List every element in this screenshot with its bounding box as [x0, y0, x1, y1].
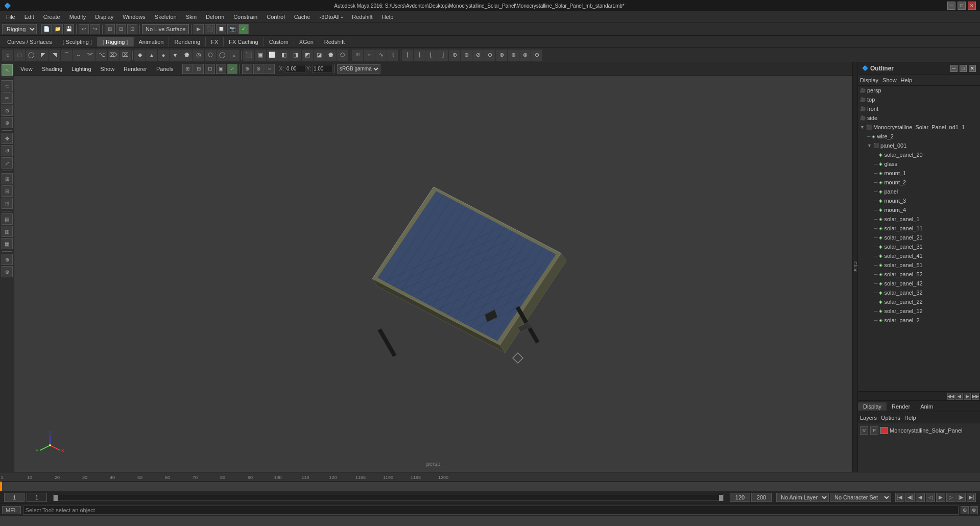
icon-btn-9[interactable]: ⌦ — [108, 50, 119, 61]
icon-btn-22[interactable]: ⬜ — [267, 50, 278, 61]
history-tool[interactable]: ⊟ — [2, 185, 13, 197]
icon-btn-6[interactable]: ⌣ — [73, 50, 84, 61]
viewport-content[interactable]: X Y Z persp — [14, 76, 852, 472]
outliner-content[interactable]: 🎥persp🎥top🎥front🎥side▼⬛Monocrystalline_S… — [858, 86, 980, 391]
vp-btn8[interactable]: ○ — [265, 64, 275, 74]
layers-btn[interactable]: Layers — [860, 415, 877, 421]
outliner-item-mount-1[interactable]: ─◈mount_1 — [858, 169, 980, 178]
end-range-input[interactable] — [751, 493, 772, 502]
range-bar[interactable] — [53, 494, 724, 501]
icon-btn-32[interactable]: ⌇ — [387, 50, 398, 61]
icon-btn-8[interactable]: ⌥ — [96, 50, 107, 61]
pb-play[interactable]: ▶ — [936, 493, 945, 502]
icon-btn-20[interactable]: ⬛ — [243, 50, 254, 61]
renderer-menu[interactable]: Renderer — [119, 65, 151, 73]
select-tool[interactable]: ↖ — [2, 64, 13, 76]
menu-item-file[interactable]: File — [2, 13, 19, 21]
menu-item-skin[interactable]: Skin — [182, 13, 201, 21]
pb-prev[interactable]: ◀ — [916, 493, 925, 502]
icon-btn-13[interactable]: ● — [158, 50, 169, 61]
rotate-tool[interactable]: ↺ — [2, 145, 13, 156]
scroll-left-left[interactable]: ◀◀ — [947, 393, 954, 400]
mel-btn1[interactable]: ⊕ — [961, 506, 969, 514]
pb-end[interactable]: ▶| — [967, 493, 976, 502]
outliner-maximize[interactable]: □ — [960, 65, 967, 72]
icon-btn-41[interactable]: ⊚ — [496, 50, 507, 61]
paint-tool[interactable]: ✏ — [2, 92, 13, 104]
new-btn[interactable]: 📄 — [41, 24, 52, 34]
outliner-item-solar-panel-52[interactable]: ─◈solar_panel_52 — [858, 270, 980, 279]
minimize-button[interactable]: ─ — [947, 2, 955, 10]
icon-btn-19[interactable]: ⟁ — [228, 50, 240, 61]
maximize-button[interactable]: □ — [958, 2, 966, 10]
menu-item-constrain[interactable]: Constrain — [229, 13, 261, 21]
layer-help-btn[interactable]: Help — [904, 415, 916, 421]
outliner-item-mount-2[interactable]: ─◈mount_2 — [858, 178, 980, 187]
icon-btn-23[interactable]: ◧ — [278, 50, 290, 61]
rigging-dropdown[interactable]: Rigging — [2, 24, 37, 34]
outliner-item-mount-4[interactable]: ─◈mount_4 — [858, 205, 980, 214]
outliner-item-side[interactable]: 🎥side — [858, 113, 980, 123]
vp-btn6[interactable]: ⊕ — [242, 64, 252, 74]
mel-btn2[interactable]: ⊗ — [970, 506, 978, 514]
icon-btn-40[interactable]: ⊙ — [484, 50, 495, 61]
vp-btn1[interactable]: ⊞ — [182, 64, 193, 74]
icon-btn-39[interactable]: ⊘ — [472, 50, 484, 61]
outliner-item-monocrystalline-solar-panel-nd1-1[interactable]: ▼⬛Monocrystalline_Solar_Panel_nd1_1 — [858, 123, 980, 132]
pb-next[interactable]: ▷ — [946, 493, 955, 502]
menu-item-create[interactable]: Create — [39, 13, 64, 21]
icon-btn-42[interactable]: ⊛ — [508, 50, 519, 61]
icon-btn-31[interactable]: ∿ — [375, 50, 387, 61]
icon-btn-16[interactable]: ◎ — [193, 50, 204, 61]
scale-tool[interactable]: ⤢ — [2, 157, 13, 169]
lighting-menu[interactable]: Lighting — [67, 65, 95, 73]
display-tool1[interactable]: ▤ — [2, 213, 13, 225]
lasso-tool[interactable]: ⊂ — [2, 80, 13, 91]
icon-btn-26[interactable]: ◪ — [314, 50, 325, 61]
outliner-item-solar-panel-11[interactable]: ─◈solar_panel_11 — [858, 224, 980, 233]
icon-btn-4[interactable]: ◥ — [49, 50, 60, 61]
layer-v-btn[interactable]: V — [860, 426, 868, 435]
timeline-indicator[interactable] — [0, 482, 2, 491]
tab-rendering[interactable]: Rendering — [169, 37, 206, 46]
vp-btn5[interactable]: ✓ — [227, 64, 237, 74]
icon-btn-38[interactable]: ⊗ — [461, 50, 472, 61]
character-set-dropdown[interactable]: No Character Set — [830, 493, 891, 502]
x-value[interactable] — [285, 65, 305, 73]
tab-curves---surfaces[interactable]: Curves / Surfaces — [2, 37, 57, 46]
icon-btn-36[interactable]: ⌋ — [437, 50, 448, 61]
icon-btn-1[interactable]: □ — [14, 50, 25, 61]
outliner-item-panel-001[interactable]: ▼⬛panel_001 — [858, 141, 980, 150]
outliner-item-persp[interactable]: 🎥persp — [858, 86, 980, 95]
move-tool[interactable]: ✥ — [2, 133, 13, 144]
tab-sculpting[interactable]: [ Sculpting ] — [57, 37, 98, 46]
render-region-tool[interactable]: ⊕ — [2, 254, 13, 265]
soft-select-tool[interactable]: ⊕ — [2, 117, 13, 128]
icon-btn-35[interactable]: ⌊ — [425, 50, 437, 61]
pb-next-key[interactable]: |▶ — [957, 493, 966, 502]
display-tool2[interactable]: ▥ — [2, 226, 13, 237]
tab-animation[interactable]: Animation — [134, 37, 170, 46]
timeline-area[interactable]: 1102030405060708090100110120118511901195… — [0, 472, 980, 490]
current-frame-input[interactable] — [27, 493, 47, 502]
outliner-item-solar-panel-41[interactable]: ─◈solar_panel_41 — [858, 251, 980, 260]
outliner-item-solar-panel-51[interactable]: ─◈solar_panel_51 — [858, 260, 980, 270]
icon-btn-34[interactable]: ⌉ — [414, 50, 425, 61]
pb-start[interactable]: |◀ — [895, 493, 904, 502]
icon-btn-10[interactable]: ⌧ — [119, 50, 131, 61]
icon-btn-27[interactable]: ⬟ — [325, 50, 337, 61]
scroll-right-right[interactable]: ▶▶ — [972, 393, 979, 400]
icon-btn-2[interactable]: ◯ — [26, 50, 37, 61]
mel-input[interactable] — [23, 506, 959, 515]
icon-btn-0[interactable]: ○ — [2, 50, 13, 61]
menu-item-display[interactable]: Display — [91, 13, 117, 21]
pb-prev-key[interactable]: ◀| — [905, 493, 915, 502]
shading-menu[interactable]: Shading — [38, 65, 66, 73]
layer-p-btn[interactable]: P — [870, 426, 878, 435]
change-channel[interactable]: Chan — [852, 62, 857, 472]
snap-btn[interactable]: ⊞ — [105, 24, 115, 34]
outliner-item-mount-3[interactable]: ─◈mount_3 — [858, 196, 980, 205]
vp-btn7[interactable]: ⊗ — [253, 64, 264, 74]
outliner-minimize[interactable]: ─ — [950, 65, 958, 72]
tab-fx-caching[interactable]: FX Caching — [224, 37, 264, 46]
